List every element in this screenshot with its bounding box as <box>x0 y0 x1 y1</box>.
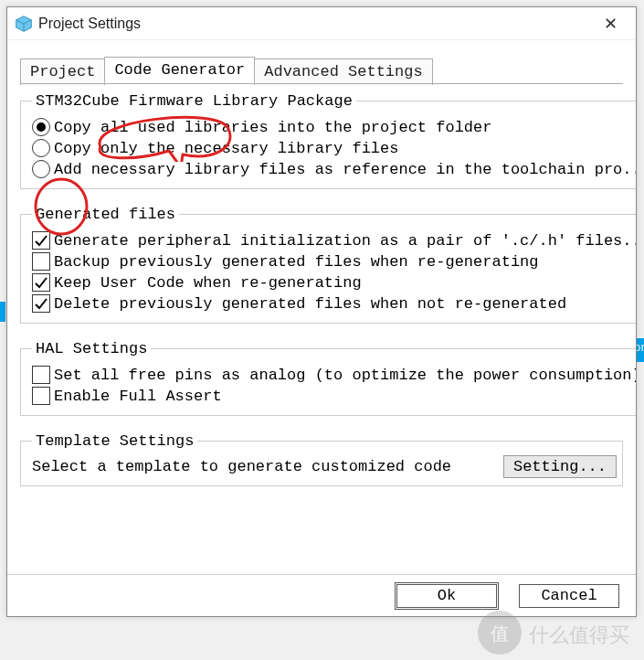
tab-advanced-settings[interactable]: Advanced Settings <box>254 59 432 85</box>
hal-settings-group: HAL Settings Set all free pins as analog… <box>20 340 636 416</box>
svg-text:值: 值 <box>491 623 509 644</box>
watermark-icon: 值 什么值得买 <box>472 605 637 660</box>
bg-accent-left <box>0 302 5 322</box>
titlebar: Project Settings ✕ <box>7 7 636 40</box>
generated-option-3[interactable]: Delete previously generated files when n… <box>32 294 636 313</box>
checkbox-icon[interactable] <box>32 231 50 250</box>
tab-code-generator[interactable]: Code Generator <box>104 57 255 83</box>
template-setting-button[interactable]: Setting... <box>503 455 617 478</box>
firmware-option-2[interactable]: Add necessary library files as reference… <box>32 160 636 178</box>
firmware-group: STM32Cube Firmware Library Package Copy … <box>20 92 636 189</box>
generated-option-2[interactable]: Keep User Code when re-generating <box>32 273 636 292</box>
cube-icon <box>15 15 33 33</box>
firmware-option-0[interactable]: Copy all used libraries into the project… <box>32 118 636 136</box>
generated-option-1[interactable]: Backup previously generated files when r… <box>32 252 636 271</box>
firmware-option-1[interactable]: Copy only the necessary library files <box>32 139 636 157</box>
tab-content: STM32Cube Firmware Library Package Copy … <box>7 83 636 574</box>
option-label: Keep User Code when re-generating <box>54 274 362 292</box>
option-label: Copy all used libraries into the project… <box>54 119 491 136</box>
option-label: Add necessary library files as reference… <box>54 161 636 178</box>
checkbox-icon[interactable] <box>32 387 50 405</box>
option-label: Backup previously generated files when r… <box>54 253 539 271</box>
option-label: Set all free pins as analog (to optimize… <box>54 367 636 384</box>
tab-underline <box>20 83 623 84</box>
checkbox-icon[interactable] <box>32 294 50 313</box>
generated-files-group: Generated files Generate peripheral init… <box>20 206 636 324</box>
option-label: Generate peripheral initialization as a … <box>54 232 636 250</box>
hal-option-0[interactable]: Set all free pins as analog (to optimize… <box>32 366 636 384</box>
generated-option-0[interactable]: Generate peripheral initialization as a … <box>32 231 636 250</box>
template-text: Select a template to generate customized… <box>32 458 503 475</box>
firmware-legend: STM32Cube Firmware Library Package <box>32 92 356 110</box>
radio-icon[interactable] <box>32 118 50 136</box>
template-settings-group: Template Settings Select a template to g… <box>20 432 623 486</box>
ok-button[interactable]: Ok <box>396 584 497 608</box>
option-label: Enable Full Assert <box>54 388 222 405</box>
option-label: Copy only the necessary library files <box>54 140 398 157</box>
hal-option-1[interactable]: Enable Full Assert <box>32 387 636 405</box>
option-label: Delete previously generated files when n… <box>54 295 566 313</box>
project-settings-dialog: Project Settings ✕ Project Code Generato… <box>6 6 637 617</box>
radio-icon[interactable] <box>32 160 50 178</box>
cancel-button[interactable]: Cancel <box>519 584 619 608</box>
window-title: Project Settings <box>38 16 592 32</box>
tab-bar: Project Code Generator Advanced Settings <box>7 40 636 83</box>
checkbox-icon[interactable] <box>32 366 50 384</box>
close-button[interactable]: ✕ <box>592 11 628 37</box>
radio-icon[interactable] <box>32 139 50 157</box>
checkbox-icon[interactable] <box>32 273 50 292</box>
svg-text:什么值得买: 什么值得买 <box>528 623 629 646</box>
generated-legend: Generated files <box>32 206 179 223</box>
template-legend: Template Settings <box>32 432 197 450</box>
checkbox-icon[interactable] <box>32 252 50 271</box>
hal-legend: HAL Settings <box>32 340 151 357</box>
tab-project[interactable]: Project <box>20 59 105 85</box>
